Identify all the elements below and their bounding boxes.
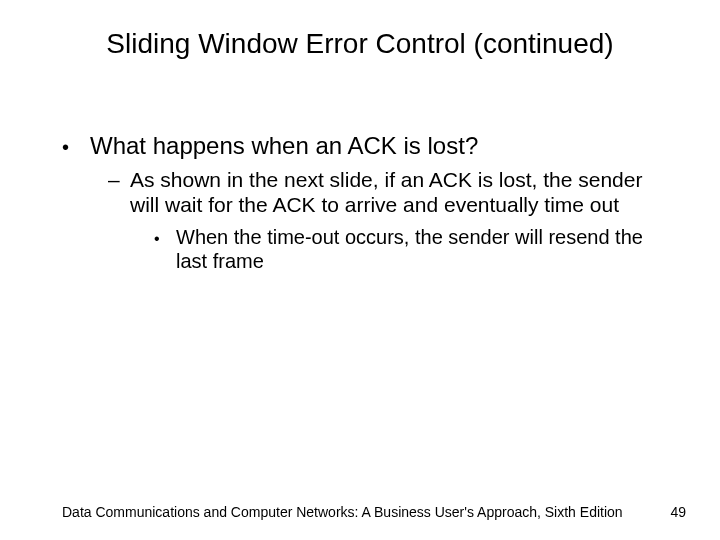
slide-body: What happens when an ACK is lost? As sho… [62, 132, 670, 273]
bullet-text: What happens when an ACK is lost? [90, 132, 670, 161]
bullet-level-2: As shown in the next slide, if an ACK is… [108, 167, 670, 217]
bullet-level-1: What happens when an ACK is lost? [62, 132, 670, 161]
bullet-text: As shown in the next slide, if an ACK is… [130, 167, 670, 217]
footer-text: Data Communications and Computer Network… [62, 504, 623, 520]
bullet-level-3: When the time-out occurs, the sender wil… [154, 225, 670, 273]
bullet-dot-icon [62, 132, 90, 161]
bullet-dash-icon [108, 167, 130, 217]
page-number: 49 [670, 504, 686, 520]
slide-title: Sliding Window Error Control (continued) [0, 28, 720, 60]
slide: Sliding Window Error Control (continued)… [0, 0, 720, 540]
bullet-text: When the time-out occurs, the sender wil… [176, 225, 670, 273]
bullet-dot-icon [154, 225, 176, 273]
